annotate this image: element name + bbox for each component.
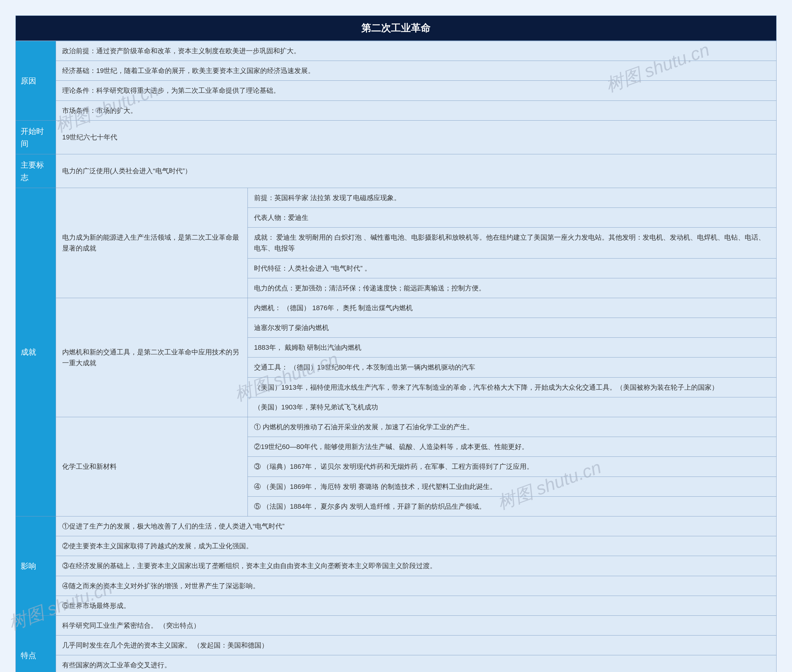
impact-item: ③在经济发展的基础上，主要资本主义国家出现了垄断组织，资本主义由自由资本主义向垄… <box>56 556 776 576</box>
cause-item: 理论条件：科学研究取得重大进步，为第二次工业革命提供了理论基础。 <box>56 81 776 101</box>
diagram-container: 第二次工业革命 原因 政治前提：通过资产阶级革命和改革，资本主义制度在欧美进一步… <box>16 16 776 672</box>
diagram-title: 第二次工业革命 <box>16 16 776 41</box>
achieve-item: 电力的优点：更加强劲；清洁环保；传递速度快；能远距离输送；控制方便。 <box>248 278 776 298</box>
achieve-item: （美国）1913年，福特使用流水线生产汽车，带来了汽车制造业的革命，汽车价格大大… <box>248 377 776 397</box>
achieve-item: ⑤ （法国）1884年， 夏尔多内 发明人造纤维，开辟了新的纺织品生产领域。 <box>248 496 776 516</box>
achieve-item: （美国）1903年，莱特兄弟试飞飞机成功 <box>248 397 776 417</box>
achieve-item: 内燃机： （德国） 1876年， 奥托 制造出煤气内燃机 <box>248 298 776 318</box>
achieve-item: ① 内燃机的发明推动了石油开采业的发展，加速了石油化学工业的产生。 <box>248 417 776 437</box>
impact-item: ①促进了生产力的发展，极大地改善了人们的生活，使人类进入“电气时代” <box>56 516 776 536</box>
start-value: 19世纪六七十年代 <box>56 120 776 154</box>
achieve-item: 前提：英国科学家 法拉第 发现了电磁感应现象。 <box>248 188 776 208</box>
achieve-item: ③ （瑞典）1867年， 诺贝尔 发明现代炸药和无烟炸药，在军事、工程方面得到了… <box>248 457 776 477</box>
cause-item: 市场条件：市场的扩大。 <box>56 101 776 120</box>
sign-value: 电力的广泛使用(人类社会进入“电气时代”） <box>56 154 776 188</box>
cause-item: 政治前提：通过资产阶级革命和改革，资本主义制度在欧美进一步巩固和扩大。 <box>56 41 776 61</box>
achieve-item: ②19世纪60—80年代，能够使用新方法生产碱、硫酸、人造染料等，成本更低、性能… <box>248 437 776 457</box>
achieve-sub-1: 内燃机和新的交通工具，是第二次工业革命中应用技术的另一重大成就 <box>56 298 248 417</box>
feature-item: 几乎同时发生在几个先进的资本主义国家。 （发起国：美国和德国） <box>56 635 776 655</box>
achieve-item: ④ （美国）1869年， 海厄特 发明 赛璐珞 的制造技术，现代塑料工业由此诞生… <box>248 477 776 496</box>
achieve-item: 交通工具： （德国）19世纪80年代，本茨制造出第一辆内燃机驱动的汽车 <box>248 357 776 377</box>
achieve-sub-0: 电力成为新的能源进入生产生活领域，是第二次工业革命最显著的成就 <box>56 188 248 298</box>
achieve-item: 迪塞尔发明了柴油内燃机 <box>248 318 776 338</box>
achieve-item: 成就： 爱迪生 发明耐用的 白炽灯泡 、碱性蓄电池、电影摄影机和放映机等。他在纽… <box>248 227 776 258</box>
feature-item: 有些国家的两次工业革命交叉进行。 <box>56 655 776 672</box>
achieve-item: 时代特征：人类社会进入 “电气时代” 。 <box>248 258 776 278</box>
feature-item: 科学研究同工业生产紧密结合。 （突出特点） <box>56 615 776 635</box>
achieve-item: 1883年， 戴姆勒 研制出汽油内燃机 <box>248 338 776 357</box>
label-impact: 影响 <box>16 516 56 615</box>
cause-item: 经济基础：19世纪，随着工业革命的展开，欧美主要资本主义国家的经济迅速发展。 <box>56 61 776 81</box>
achieve-sub-2: 化学工业和新材料 <box>56 417 248 517</box>
label-start: 开始时间 <box>16 120 56 154</box>
impact-item: ④随之而来的资本主义对外扩张的增强，对世界产生了深远影响。 <box>56 576 776 595</box>
impact-item: ⑤世界市场最终形成。 <box>56 595 776 615</box>
label-cause: 原因 <box>16 41 56 121</box>
label-sign: 主要标志 <box>16 154 56 188</box>
diagram-table: 原因 政治前提：通过资产阶级革命和改革，资本主义制度在欧美进一步巩固和扩大。 经… <box>16 41 776 672</box>
impact-item: ②使主要资本主义国家取得了跨越式的发展，成为工业化强国。 <box>56 536 776 556</box>
achieve-item: 代表人物：爱迪生 <box>248 208 776 227</box>
label-achieve: 成就 <box>16 188 56 516</box>
label-feature: 特点 <box>16 615 56 672</box>
